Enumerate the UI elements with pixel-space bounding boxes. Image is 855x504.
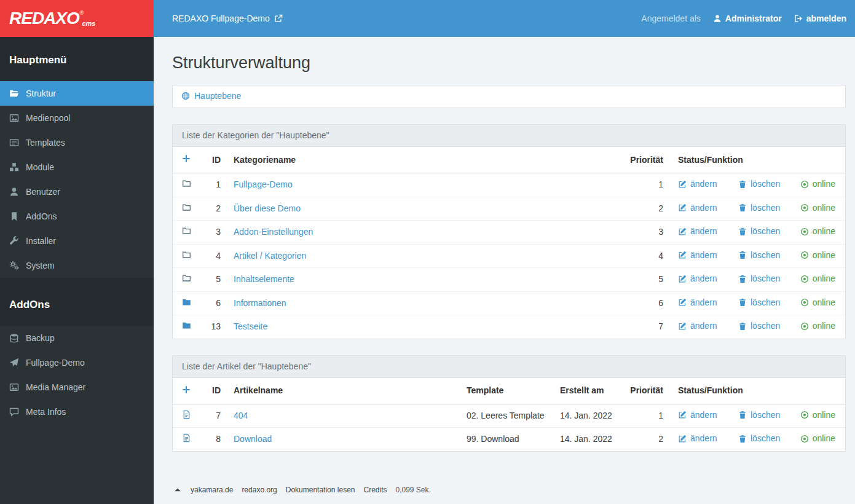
- sidebar-item-label: Fullpage-Demo: [26, 358, 85, 368]
- sidebar-item-system[interactable]: System: [0, 253, 154, 278]
- pencil-square-icon: [678, 227, 687, 236]
- edit-link[interactable]: ändern: [678, 274, 717, 284]
- category-link[interactable]: Artikel / Kategorien: [234, 251, 306, 261]
- article-created: 14. Jan. 2022: [553, 404, 614, 428]
- folder-open-icon: [9, 89, 19, 98]
- edit-link[interactable]: ändern: [678, 203, 717, 213]
- footer-link-redaxo[interactable]: redaxo.org: [242, 486, 277, 494]
- online-status-link[interactable]: online: [800, 321, 835, 331]
- sidebar-item-struktur[interactable]: Struktur: [0, 81, 154, 106]
- sidebar-item-medienpool[interactable]: Medienpool: [0, 106, 154, 130]
- sidebar-item-benutzer[interactable]: Benutzer: [0, 179, 154, 204]
- trash-icon: [738, 322, 747, 331]
- category-link[interactable]: Addon-Einstellungen: [234, 227, 313, 237]
- article-template: 02. Leeres Template: [459, 404, 553, 428]
- delete-link[interactable]: löschen: [738, 226, 780, 237]
- dot-circle-icon: [800, 435, 809, 443]
- add-category-icon[interactable]: [182, 154, 191, 163]
- logout-link[interactable]: abmelden: [794, 14, 846, 23]
- online-status-link[interactable]: online: [800, 250, 835, 261]
- delete-link[interactable]: löschen: [738, 179, 780, 189]
- online-status-link[interactable]: online: [800, 297, 835, 308]
- breadcrumb-root-link[interactable]: Hauptebene: [181, 90, 241, 102]
- delete-link[interactable]: löschen: [738, 250, 780, 261]
- sidebar-item-meta-infos[interactable]: Meta Infos: [0, 400, 154, 424]
- scroll-top-link[interactable]: [173, 486, 182, 494]
- edit-label: ändern: [690, 203, 717, 213]
- article-link[interactable]: Download: [234, 434, 272, 444]
- articles-table-header-row: ID Artikelname Template Erstellt am Prio…: [173, 378, 845, 404]
- online-status-link[interactable]: online: [800, 226, 835, 237]
- column-header-id: ID: [200, 378, 223, 404]
- sidebar-item-label: Module: [26, 162, 54, 172]
- category-priority: 2: [597, 197, 664, 221]
- article-link[interactable]: 404: [234, 411, 248, 420]
- breadcrumb: Hauptebene: [172, 85, 846, 108]
- edit-link[interactable]: ändern: [678, 321, 717, 331]
- delete-link[interactable]: löschen: [738, 433, 780, 444]
- dot-circle-icon: [800, 298, 809, 307]
- article-created: 14. Jan. 2022: [553, 428, 614, 451]
- delete-link[interactable]: löschen: [738, 321, 780, 331]
- articles-panel-title: Liste der Artikel der "Hauptebene": [173, 356, 845, 378]
- dot-circle-icon: [800, 180, 809, 189]
- sidebar-item-installer[interactable]: Installer: [0, 229, 154, 253]
- folder-icon: [182, 250, 191, 259]
- wrench-icon: [9, 236, 19, 246]
- sidebar-item-backup[interactable]: Backup: [0, 326, 154, 350]
- trash-icon: [738, 435, 747, 443]
- site-frontend-link[interactable]: REDAXO Fullpage-Demo: [172, 14, 283, 23]
- sidebar-item-templates[interactable]: Templates: [0, 130, 154, 155]
- category-link[interactable]: Inhaltselemente: [234, 274, 294, 284]
- image-icon: [9, 382, 19, 392]
- category-link[interactable]: Über diese Demo: [234, 203, 301, 213]
- folder-icon: [182, 203, 191, 212]
- online-status-link[interactable]: online: [800, 433, 835, 444]
- delete-link[interactable]: löschen: [738, 297, 780, 308]
- delete-link[interactable]: löschen: [738, 410, 780, 420]
- trash-icon: [738, 251, 747, 259]
- caret-up-icon: [173, 486, 182, 494]
- edit-link[interactable]: ändern: [678, 250, 717, 261]
- edit-link[interactable]: ändern: [678, 433, 717, 444]
- globe-icon: [181, 92, 190, 100]
- edit-link[interactable]: ändern: [678, 179, 717, 189]
- generation-time: 0,099 Sek.: [396, 486, 431, 494]
- categories-table: ID Kategoriename Priorität Status/Funkti…: [173, 147, 845, 339]
- category-id: 2: [200, 197, 223, 221]
- edit-link[interactable]: ändern: [678, 410, 717, 420]
- pencil-square-icon: [678, 275, 687, 283]
- redaxo-logo[interactable]: REDAXO ® cms: [0, 0, 154, 37]
- category-link[interactable]: Informationen: [234, 298, 286, 308]
- online-status-link[interactable]: online: [800, 410, 835, 420]
- sign-out-icon: [794, 14, 803, 23]
- column-header-id: ID: [200, 147, 223, 173]
- sidebar-item-module[interactable]: Module: [0, 155, 154, 179]
- edit-link[interactable]: ändern: [678, 297, 717, 308]
- online-label: online: [813, 321, 835, 331]
- category-link[interactable]: Fullpage-Demo: [234, 179, 293, 189]
- trash-icon: [738, 180, 747, 189]
- sidebar-item-fullpage-demo[interactable]: Fullpage-Demo: [0, 350, 154, 375]
- delete-link[interactable]: löschen: [738, 203, 780, 213]
- user-profile-link[interactable]: Administrator: [713, 14, 782, 23]
- category-link[interactable]: Testseite: [234, 321, 267, 331]
- column-header-status: Status/Funktion: [664, 147, 845, 173]
- online-status-link[interactable]: online: [800, 274, 835, 284]
- footer-link-dokumentation[interactable]: Dokumentation lesen: [286, 486, 355, 494]
- sidebar-item-label: Media Manager: [26, 382, 85, 392]
- edit-link[interactable]: ändern: [678, 226, 717, 237]
- add-article-icon[interactable]: [182, 385, 191, 394]
- bookmark-icon: [9, 211, 19, 221]
- online-status-link[interactable]: online: [800, 203, 835, 213]
- main-content: Strukturverwaltung Hauptebene Liste der …: [154, 37, 855, 504]
- footer-link-credits[interactable]: Credits: [363, 486, 387, 494]
- sidebar-item-addons[interactable]: AddOns: [0, 204, 154, 229]
- sidebar-item-media-manager[interactable]: Media Manager: [0, 375, 154, 400]
- footer-link-yakamara[interactable]: yakamara.de: [191, 486, 233, 494]
- online-status-link[interactable]: online: [800, 179, 835, 189]
- delete-link[interactable]: löschen: [738, 274, 780, 284]
- dot-circle-icon: [800, 251, 809, 259]
- logout-label: abmelden: [806, 14, 846, 23]
- footer: yakamara.de redaxo.org Dokumentation les…: [172, 479, 846, 497]
